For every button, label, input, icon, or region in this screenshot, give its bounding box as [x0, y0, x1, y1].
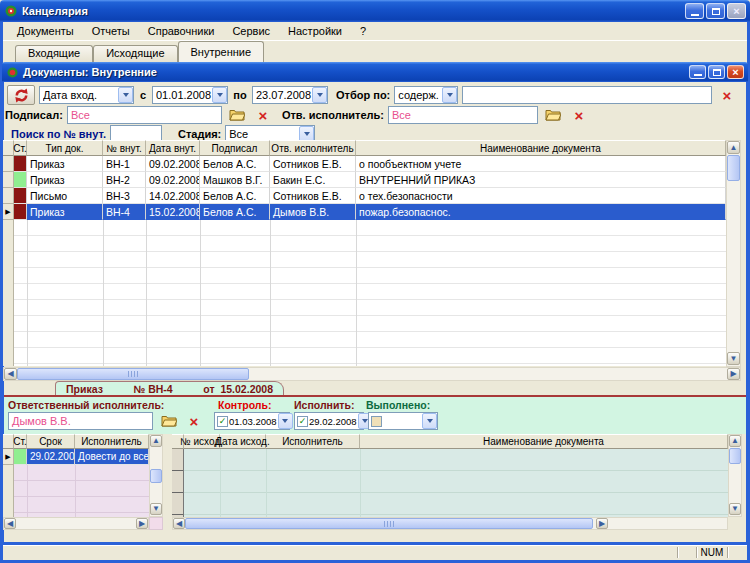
main-titlebar: Канцелярия ×	[0, 0, 750, 22]
vscroll-thumb[interactable]	[727, 155, 740, 181]
checkbox-checked-icon[interactable]: ✓	[217, 416, 228, 427]
detail-doc-tab[interactable]: Приказ № ВН-4 от 15.02.2008	[55, 381, 284, 395]
restore-icon	[713, 69, 721, 76]
tasks-table-header: Ст. Срок Исполнитель	[3, 434, 149, 449]
chevron-down-icon[interactable]	[118, 87, 133, 103]
header-num[interactable]: № внут.	[103, 140, 146, 156]
tasks-hscrollbar[interactable]: ◀ ▶	[3, 517, 149, 530]
chevron-down-icon[interactable]	[312, 87, 327, 103]
table-hscrollbar[interactable]: ◀ ▶	[3, 367, 741, 381]
header-signed[interactable]: Подписал	[200, 140, 270, 156]
table-row[interactable]: Письмо ВН-3 14.02.2008 Белов А.С. Сотник…	[3, 188, 726, 204]
resp-exec-browse-button[interactable]	[158, 412, 180, 430]
doc-close-button[interactable]: ×	[727, 65, 744, 79]
outgoing-header-executor[interactable]: Исполнитель	[266, 434, 360, 449]
checkbox-empty-icon[interactable]	[371, 416, 382, 427]
table-row-selected[interactable]: ▶ Приказ ВН-4 15.02.2008 Белов А.С. Дымо…	[3, 204, 726, 220]
table-row[interactable]: Приказ ВН-2 09.02.2008 Машков В.Г. Бакин…	[3, 172, 726, 188]
tab-incoming[interactable]: Входящие	[15, 45, 93, 62]
header-resp[interactable]: Отв. исполнитель	[270, 140, 356, 156]
table-row[interactable]: Приказ ВН-1 09.02.2008 Белов А.С. Сотник…	[3, 156, 726, 172]
vscroll-thumb[interactable]	[729, 448, 741, 464]
scroll-up-icon[interactable]: ▲	[727, 141, 740, 154]
hscroll-thumb[interactable]	[185, 518, 593, 529]
header-doc-name[interactable]: Наименование документа	[356, 140, 726, 156]
doc-minimize-button[interactable]	[689, 65, 706, 79]
resp-browse-button[interactable]	[542, 106, 564, 124]
outgoing-hscrollbar[interactable]: ◀ ▶	[172, 517, 728, 530]
chevron-down-icon[interactable]	[278, 413, 293, 429]
scroll-right-icon[interactable]: ▶	[727, 368, 740, 380]
tasks-row-selected[interactable]: ▶ 29.02.2008 Довести до всех	[3, 449, 149, 465]
control-label: Контроль:	[218, 399, 272, 411]
scroll-right-icon[interactable]: ▶	[596, 518, 608, 529]
outgoing-header-date[interactable]: Дата исход.	[220, 434, 266, 449]
menu-settings[interactable]: Настройки	[279, 23, 351, 39]
outgoing-table-header: № исход. Дата исход. Исполнитель Наимено…	[172, 434, 728, 449]
chevron-down-icon[interactable]	[212, 87, 227, 103]
chevron-down-icon[interactable]	[422, 413, 437, 429]
header-status[interactable]: Ст.	[14, 140, 27, 156]
date-from-select[interactable]: 01.01.2008	[152, 86, 228, 104]
resp-input[interactable]: Все	[388, 106, 538, 124]
menu-documents[interactable]: Документы	[8, 23, 83, 39]
scroll-down-icon[interactable]: ▼	[729, 503, 741, 515]
row-selector-arrow: ▶	[3, 449, 14, 465]
table-vscrollbar[interactable]: ▲ ▼	[726, 140, 741, 367]
status-bar	[3, 545, 747, 560]
doc-restore-button[interactable]	[708, 65, 725, 79]
menu-reports[interactable]: Отчеты	[83, 23, 139, 39]
done-select[interactable]	[368, 412, 438, 430]
tasks-header-status[interactable]: Ст.	[14, 434, 27, 449]
outgoing-header-doc-name[interactable]: Наименование документа	[360, 434, 728, 449]
filter-row-dates: Дата вход. с 01.01.2008 по 23.07.2008 От…	[7, 85, 738, 105]
scroll-left-icon[interactable]: ◀	[4, 518, 16, 529]
scroll-up-icon[interactable]: ▲	[150, 435, 162, 447]
otbor-select[interactable]: содерж.	[394, 86, 458, 104]
refresh-button[interactable]	[7, 85, 35, 105]
row-selector-arrow: ▶	[3, 204, 14, 220]
tasks-header-executor[interactable]: Исполнитель	[75, 434, 149, 449]
restore-button[interactable]	[706, 3, 725, 19]
tasks-vscrollbar[interactable]: ▲ ▼	[149, 434, 163, 517]
vscroll-thumb[interactable]	[150, 469, 162, 483]
control-date-select[interactable]: ✓ 01.03.2008	[214, 412, 290, 430]
date-to-select[interactable]: 23.07.2008	[252, 86, 328, 104]
signed-browse-button[interactable]	[226, 106, 248, 124]
header-date[interactable]: Дата внут.	[146, 140, 200, 156]
signed-input[interactable]: Все	[67, 106, 222, 124]
menu-service[interactable]: Сервис	[223, 23, 279, 39]
menu-directories[interactable]: Справочники	[139, 23, 224, 39]
tab-internal[interactable]: Внутренние	[178, 41, 265, 62]
detail-doc-num: № ВН-4	[134, 383, 173, 395]
resp-exec-clear-button[interactable]: ×	[183, 412, 205, 430]
hscroll-thumb[interactable]	[17, 368, 249, 380]
documents-table-header: Ст. Тип док. № внут. Дата внут. Подписал…	[3, 140, 726, 156]
checkbox-checked-icon[interactable]: ✓	[297, 416, 308, 427]
scroll-left-icon[interactable]: ◀	[173, 518, 185, 529]
scroll-right-icon[interactable]: ▶	[136, 518, 148, 529]
menu-help[interactable]: ?	[351, 23, 375, 39]
resp-clear-button[interactable]: ×	[568, 106, 590, 124]
folder-open-icon	[161, 415, 177, 427]
clear-filter-button[interactable]: ×	[716, 86, 738, 104]
filter-row-people: Подписал: Все × Отв. исполнитель: Все ×	[5, 106, 736, 124]
execute-date-select[interactable]: ✓ 29.02.2008	[294, 412, 364, 430]
window-title: Канцелярия	[22, 5, 88, 17]
outgoing-vscrollbar[interactable]: ▲ ▼	[728, 434, 742, 517]
scroll-left-icon[interactable]: ◀	[4, 368, 17, 380]
scroll-up-icon[interactable]: ▲	[729, 435, 741, 447]
date-field-select[interactable]: Дата вход.	[39, 86, 134, 104]
to-label: по	[232, 89, 248, 101]
tasks-header-term[interactable]: Срок	[27, 434, 75, 449]
scroll-down-icon[interactable]: ▼	[727, 352, 740, 365]
signed-clear-button[interactable]: ×	[252, 106, 274, 124]
table-empty-area	[3, 220, 726, 366]
resp-exec-input[interactable]: Дымов В.В.	[8, 412, 153, 430]
minimize-button[interactable]	[685, 3, 704, 19]
tab-outgoing[interactable]: Исходящие	[93, 45, 177, 62]
search-input[interactable]	[462, 86, 712, 104]
scroll-down-icon[interactable]: ▼	[150, 503, 162, 515]
header-doc-type[interactable]: Тип док.	[27, 140, 103, 156]
chevron-down-icon[interactable]	[442, 87, 457, 103]
